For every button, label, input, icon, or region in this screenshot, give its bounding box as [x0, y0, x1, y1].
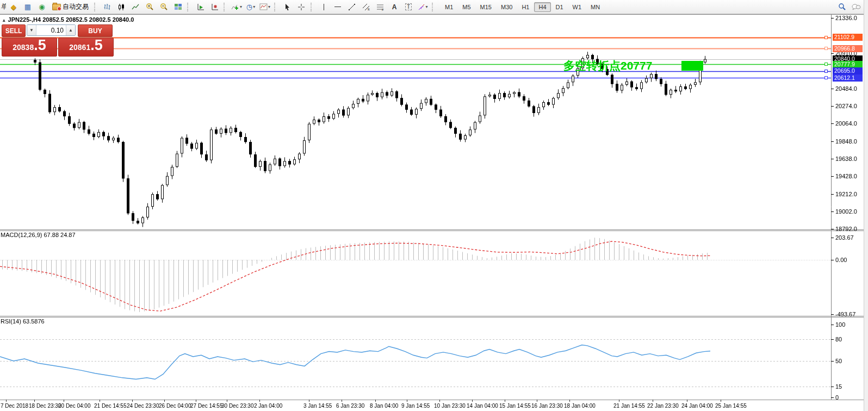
time-tick-label: 20 Dec 04:00	[58, 403, 91, 409]
price-tick-label: 19638.0	[835, 155, 857, 162]
buy-button[interactable]: BUY	[78, 24, 113, 37]
time-tick-label: 2 Jan 04:00	[254, 403, 282, 409]
macd-label: MACD(12,26,9) 67.88 24.87	[1, 232, 76, 238]
rsi-tick-label: 80	[835, 336, 842, 342]
chart-title: ▴ JPN225-,H4 20852.5 20852.5 20802.5 208…	[3, 16, 134, 23]
rsi-tick-label: 100	[835, 321, 845, 328]
time-tick-label: 21 Dec 14:55	[94, 403, 127, 409]
price-tick-label: 20274.0	[835, 103, 857, 109]
autotrading-folder-icon	[52, 4, 61, 10]
price-tick-label: 19848.0	[835, 138, 857, 145]
market-watch-icon[interactable]: ▦	[21, 1, 34, 13]
time-tick-label: 15 Jan 14:55	[499, 403, 531, 409]
tab-timeframe-m30[interactable]: M30	[497, 2, 517, 12]
time-tick-label: 16 Jan 23:30	[531, 403, 563, 409]
time-tick-label: 24 Jan 04:00	[681, 403, 713, 409]
price-level-badge: 20695.0	[833, 67, 863, 74]
tile-windows-icon[interactable]	[171, 1, 184, 13]
time-tick-label: 22 Jan 23:30	[647, 403, 679, 409]
rsi-tick-label: 50	[835, 358, 842, 364]
crosshair-icon[interactable]	[295, 1, 308, 13]
chart-shift-icon[interactable]	[208, 1, 221, 13]
chart-annotation-text[interactable]: 多空转折点20777	[563, 58, 652, 73]
bid-price-main: 20838	[13, 43, 34, 54]
bid-price-tile[interactable]: 20838 .5	[2, 38, 57, 57]
time-tick-label: 21 Jan 14:55	[613, 403, 645, 409]
ask-price-pips: .5	[90, 38, 103, 53]
equidistant-channel-tool-icon[interactable]: E	[359, 1, 373, 13]
new-order-button[interactable]: 单	[1, 2, 6, 11]
chat-icon[interactable]	[850, 1, 863, 13]
chart-title-text: JPN225-,H4 20852.5 20852.5 20802.5 20840…	[8, 16, 134, 23]
price-tick-label: 18792.0	[835, 226, 857, 232]
horizontal-line-tool-icon[interactable]	[331, 1, 344, 13]
time-tick-label: 9 Jan 14:55	[401, 403, 430, 409]
tab-timeframe-h1[interactable]: H1	[517, 2, 534, 12]
new-order-icon[interactable]: ◆	[7, 1, 20, 13]
candlestick-chart-icon[interactable]	[115, 1, 128, 13]
zoom-in-icon[interactable]	[143, 1, 156, 13]
chart-canvas[interactable]	[0, 0, 868, 411]
ask-price-tile[interactable]: 20861 .5	[58, 38, 114, 57]
window-edge	[864, 0, 868, 411]
time-tick-label: 6 Jan 23:30	[336, 403, 364, 409]
tab-timeframe-w1[interactable]: W1	[568, 2, 586, 12]
time-tick-label: 25 Jan 14:55	[715, 403, 747, 409]
volume-decrease-button[interactable]: ▼	[27, 25, 36, 35]
time-tick-label: 18 Jan 04:00	[564, 403, 596, 409]
templates-icon[interactable]: ▾	[258, 1, 271, 13]
price-tick-label: 19428.0	[835, 173, 857, 179]
svg-text:F: F	[382, 8, 384, 11]
time-tick-label: 7 Dec 2018	[1, 403, 28, 409]
sell-button[interactable]: SELL	[2, 24, 26, 37]
arrows-tool-icon[interactable]: ▾	[416, 1, 429, 13]
zoom-out-icon[interactable]	[157, 1, 170, 13]
text-label-tool-icon[interactable]: T	[402, 1, 415, 13]
ask-price-main: 20861	[69, 43, 90, 54]
tab-timeframe-m1[interactable]: M1	[441, 2, 457, 12]
time-tick-label: 26 Dec 04:00	[159, 403, 191, 409]
mt4-terminal: { "toolbar": { "cut_button_label": "单", …	[0, 0, 868, 411]
price-tick-label: 21336.0	[835, 15, 857, 21]
price-tick-label: 20064.0	[835, 120, 857, 127]
rsi-label: RSI(14) 63.5876	[1, 318, 45, 325]
cursor-icon[interactable]	[281, 1, 294, 13]
tab-timeframe-h4[interactable]: H4	[534, 2, 550, 12]
rsi-tick-label: 15	[835, 383, 842, 390]
auto-scroll-icon[interactable]	[194, 1, 207, 13]
price-level-badge: 21102.9	[833, 34, 863, 41]
macd-tick-label: 0.00	[835, 257, 847, 263]
price-tick-label: 20484.0	[835, 85, 857, 92]
tab-timeframe-mn[interactable]: MN	[586, 2, 604, 12]
volume-increase-button[interactable]: ▲	[66, 25, 75, 35]
signal-icon[interactable]: ◉	[35, 1, 48, 13]
price-level-badge: 20612.1	[833, 74, 863, 82]
autotrading-button[interactable]: 自动交易	[49, 1, 91, 13]
fibonacci-tool-icon[interactable]: F	[374, 1, 387, 13]
tab-timeframe-d1[interactable]: D1	[551, 2, 568, 12]
trendline-tool-icon[interactable]	[345, 1, 358, 13]
tab-timeframe-m15[interactable]: M15	[476, 2, 496, 12]
price-tick-label: 19212.0	[835, 191, 857, 197]
timeframe-group: M1M5M15M30H1H4D1W1MN	[441, 2, 604, 12]
rsi-tick-label: 0	[835, 394, 839, 401]
vertical-line-tool-icon[interactable]	[317, 1, 330, 13]
periods-icon[interactable]: ◷ ▾	[244, 1, 257, 13]
volume-stepper: ▼ 0.10 ▲	[27, 24, 76, 36]
volume-input[interactable]: 0.10	[36, 25, 66, 35]
time-tick-label: 18 Dec 23:30	[29, 403, 61, 409]
highlight-rectangle[interactable]	[681, 61, 703, 71]
price-tick-label: 19002.0	[835, 208, 857, 215]
bar-chart-icon[interactable]	[101, 1, 114, 13]
text-tool-icon[interactable]: A	[388, 1, 401, 13]
indicators-icon[interactable]: ▾	[230, 1, 243, 13]
macd-tick-label: -493.67	[835, 311, 855, 317]
search-icon[interactable]	[835, 1, 848, 13]
price-level-badge: 20777.9	[833, 61, 863, 68]
line-chart-icon[interactable]	[129, 1, 142, 13]
tab-timeframe-m5[interactable]: M5	[458, 2, 475, 12]
price-level-badge: 20966.8	[833, 45, 863, 52]
time-tick-label: 30 Dec 23:30	[221, 403, 254, 409]
time-tick-label: 24 Dec 23:30	[127, 403, 159, 409]
time-tick-label: 27 Dec 14:55	[190, 403, 223, 409]
